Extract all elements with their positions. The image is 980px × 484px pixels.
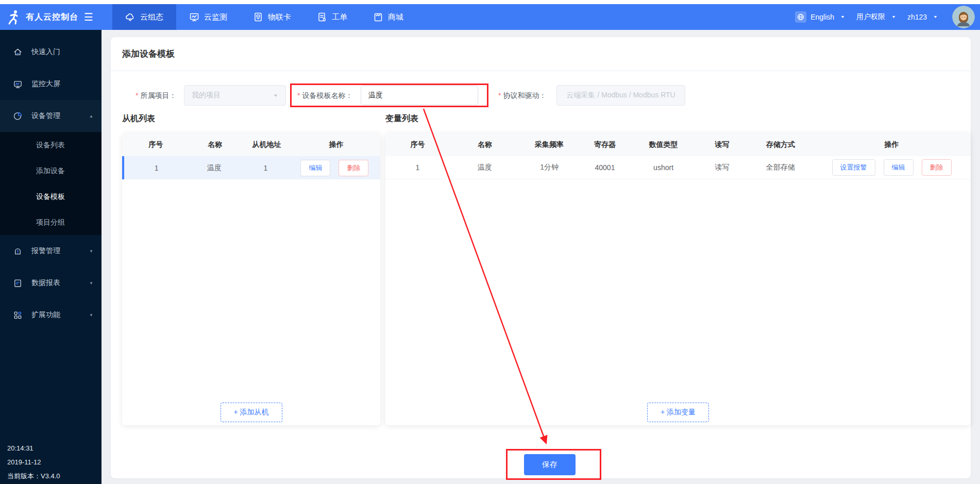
chevron-down-icon: ▼	[89, 281, 93, 286]
cloud-icon	[125, 12, 136, 22]
protocol-label: *协议和驱动：	[498, 85, 546, 106]
save-button[interactable]: 保存	[524, 454, 576, 475]
variable-table-header: 序号 名称 采集频率 寄存器 数值类型 读写 存储方式 操作	[385, 133, 971, 156]
slave-index: 1	[124, 164, 189, 172]
apps-grid-icon	[13, 310, 23, 320]
delete-variable-button[interactable]: 删除	[922, 159, 952, 176]
user-permission-menu[interactable]: 用户权限	[856, 12, 885, 22]
variable-table-row[interactable]: 1 温度 1分钟 40001 ushort 读写 全部存储 设置报警 编辑 删除	[385, 156, 971, 179]
pie-chart-icon	[13, 111, 23, 121]
sidebar-item-device-management[interactable]: 设备管理 ▲	[0, 100, 102, 132]
monitor-chart-icon	[189, 12, 199, 22]
sidebar-subitem-project-group[interactable]: 项目分组	[0, 209, 102, 235]
sidebar-subitem-add-device[interactable]: 添加设备	[0, 158, 102, 183]
language-selector[interactable]: English	[810, 13, 834, 21]
edit-variable-button[interactable]: 编辑	[884, 159, 914, 176]
sidebar-subitem-device-list[interactable]: 设备列表	[0, 132, 102, 158]
main-content: 添加设备模板 *所属项目： 我的项目 ▼ *设备模板名称： *协议和驱动： 云端…	[102, 30, 980, 484]
tab-cloud-monitor[interactable]: 云监测	[176, 4, 240, 30]
sidebar-item-monitor-screen[interactable]: 监控大屏	[0, 68, 102, 100]
sidebar-item-label: 数据报表	[31, 278, 60, 288]
hamburger-menu-icon[interactable]: ☰	[84, 12, 93, 22]
column-header: 读写	[696, 140, 748, 149]
set-alarm-button[interactable]: 设置报警	[832, 159, 875, 176]
sidebar: 快速入门 监控大屏 设备管理 ▲ 设备列表 添加设备 设备模板 项目分组	[0, 30, 102, 484]
sidebar-item-quick-start[interactable]: 快速入门	[0, 36, 102, 68]
sidebar-item-label: 报警管理	[31, 246, 60, 256]
slave-table-row[interactable]: 1 温度 1 编辑 删除	[122, 156, 380, 179]
storefront-icon	[373, 12, 383, 22]
add-slave-button[interactable]: + 添加从机	[220, 403, 282, 422]
template-form: *所属项目： 我的项目 ▼ *设备模板名称： *协议和驱动： 云端采集 / Mo…	[111, 85, 971, 106]
template-name-label: *设备模板名称：	[297, 85, 352, 106]
column-header: 寄存器	[579, 140, 631, 149]
var-name: 温度	[450, 163, 520, 172]
var-frequency: 1分钟	[520, 163, 579, 172]
column-header: 名称	[450, 140, 520, 149]
caret-down-icon: ▼	[840, 15, 845, 19]
report-icon	[13, 278, 23, 288]
top-navbar: 有人云控制台 ☰ 云组态 云监测	[0, 4, 980, 30]
edit-slave-button[interactable]: 编辑	[300, 160, 330, 176]
sidebar-item-data-report[interactable]: 数据报表 ▼	[0, 267, 102, 299]
logo-area[interactable]: 有人云控制台 ☰	[0, 9, 102, 25]
sidebar-subitem-device-template[interactable]: 设备模板	[0, 183, 102, 209]
var-register: 40001	[579, 163, 631, 172]
page-title: 添加设备模板	[111, 37, 971, 71]
home-icon	[13, 47, 23, 57]
sidebar-item-alarm-management[interactable]: 报警管理 ▼	[0, 235, 102, 267]
variable-list-title: 变量列表	[385, 113, 418, 124]
current-date: 2019-11-12	[7, 455, 60, 469]
slave-address: 1	[240, 164, 291, 172]
work-order-doc-icon	[317, 12, 327, 22]
app-title: 有人云控制台	[26, 12, 78, 23]
top-tabs: 云组态 云监测 物联卡	[112, 4, 416, 30]
language-globe-icon	[795, 11, 806, 23]
protocol-display: 云端采集 / Modbus / Modbus RTU	[556, 85, 685, 106]
tab-label: 云监测	[204, 12, 227, 22]
column-header: 操作	[813, 140, 971, 149]
sidebar-item-label: 设备管理	[31, 111, 60, 121]
username-menu[interactable]: zh123	[907, 13, 927, 21]
sidebar-footer: 20:14:31 2019-11-12 当前版本：V3.4.0	[7, 441, 60, 483]
tab-cloud-scada[interactable]: 云组态	[112, 4, 176, 30]
tab-label: 工单	[332, 12, 347, 22]
tab-iot-card[interactable]: 物联卡	[240, 4, 304, 30]
slave-name: 温度	[189, 163, 240, 173]
column-header: 数值类型	[631, 140, 696, 149]
page-card: 添加设备模板 *所属项目： 我的项目 ▼ *设备模板名称： *协议和驱动： 云端…	[111, 37, 971, 478]
avatar[interactable]	[952, 6, 975, 28]
slave-table-card: 序号 名称 从机地址 操作 1 温度 1 编辑 删除 + 添加从机	[122, 133, 380, 425]
caret-down-icon: ▼	[891, 15, 896, 19]
usr-logo-icon	[7, 9, 21, 25]
big-screen-icon	[13, 79, 23, 89]
sidebar-item-label: 监控大屏	[31, 79, 60, 89]
column-header: 序号	[385, 140, 450, 149]
tab-label: 物联卡	[268, 12, 291, 22]
delete-slave-button[interactable]: 删除	[339, 160, 368, 176]
chevron-up-icon: ▲	[89, 114, 93, 119]
column-header: 采集频率	[520, 140, 579, 149]
column-header: 存储方式	[748, 140, 813, 149]
tab-work-order[interactable]: 工单	[304, 4, 360, 30]
column-header: 操作	[293, 140, 380, 149]
caret-down-icon: ▼	[933, 15, 938, 19]
project-select[interactable]: 我的项目 ▼	[184, 85, 286, 106]
tab-mall[interactable]: 商城	[360, 4, 416, 30]
sidebar-item-label: 扩展功能	[31, 310, 60, 320]
current-time: 20:14:31	[7, 441, 60, 455]
template-name-input[interactable]	[361, 86, 478, 105]
tab-label: 云组态	[140, 12, 163, 22]
add-variable-button[interactable]: + 添加变量	[647, 403, 709, 422]
slave-table-header: 序号 名称 从机地址 操作	[122, 133, 380, 156]
required-mark: *	[498, 91, 501, 99]
column-header: 序号	[122, 140, 189, 149]
chevron-down-icon: ▼	[89, 249, 93, 254]
var-data-type: ushort	[631, 163, 696, 172]
var-storage: 全部存储	[748, 163, 813, 172]
var-read-write: 读写	[696, 163, 748, 172]
version-info: 当前版本：V3.4.0	[7, 469, 60, 483]
sidebar-item-extended-functions[interactable]: 扩展功能 ▼	[0, 299, 102, 331]
sim-card-icon	[253, 12, 263, 22]
sidebar-item-label: 快速入门	[31, 47, 60, 57]
